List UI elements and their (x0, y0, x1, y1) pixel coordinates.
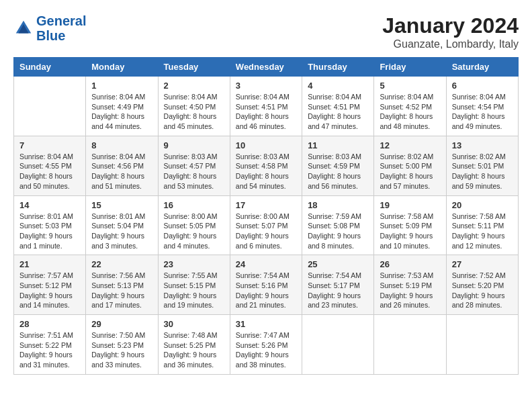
calendar-cell: 19Sunrise: 7:58 AM Sunset: 5:09 PM Dayli… (374, 195, 446, 255)
day-info: Sunrise: 8:04 AM Sunset: 4:50 PM Dayligh… (164, 92, 224, 132)
day-number: 13 (452, 140, 513, 150)
week-row-0: 1Sunrise: 8:04 AM Sunset: 4:49 PM Daylig… (14, 77, 519, 136)
calendar-cell: 16Sunrise: 8:00 AM Sunset: 5:05 PM Dayli… (158, 195, 230, 255)
day-number: 12 (380, 140, 440, 150)
day-number: 16 (164, 200, 224, 210)
day-info: Sunrise: 7:50 AM Sunset: 5:23 PM Dayligh… (91, 330, 152, 370)
header-cell-wednesday: Wednesday (230, 58, 302, 77)
calendar-cell: 7Sunrise: 8:04 AM Sunset: 4:55 PM Daylig… (14, 136, 86, 195)
logo: General Blue (13, 13, 86, 43)
header-row: SundayMondayTuesdayWednesdayThursdayFrid… (14, 58, 519, 77)
calendar-cell: 14Sunrise: 8:01 AM Sunset: 5:03 PM Dayli… (14, 195, 86, 255)
day-number: 29 (91, 319, 152, 329)
calendar-cell: 24Sunrise: 7:54 AM Sunset: 5:16 PM Dayli… (230, 255, 302, 315)
calendar-cell: 5Sunrise: 8:04 AM Sunset: 4:52 PM Daylig… (374, 77, 446, 136)
day-info: Sunrise: 7:59 AM Sunset: 5:08 PM Dayligh… (308, 212, 368, 251)
day-info: Sunrise: 8:01 AM Sunset: 5:03 PM Dayligh… (19, 212, 80, 251)
day-info: Sunrise: 8:02 AM Sunset: 5:01 PM Dayligh… (452, 152, 513, 191)
title-block: January 2024 Guanzate, Lombardy, Italy (382, 13, 519, 50)
day-info: Sunrise: 7:54 AM Sunset: 5:17 PM Dayligh… (308, 271, 368, 310)
day-number: 8 (91, 140, 152, 150)
calendar-cell (446, 315, 518, 375)
calendar-table: SundayMondayTuesdayWednesdayThursdayFrid… (13, 57, 519, 375)
week-row-3: 21Sunrise: 7:57 AM Sunset: 5:12 PM Dayli… (14, 255, 519, 315)
day-number: 5 (380, 81, 440, 91)
day-number: 31 (236, 319, 296, 329)
day-info: Sunrise: 7:56 AM Sunset: 5:13 PM Dayligh… (91, 271, 152, 310)
day-info: Sunrise: 8:01 AM Sunset: 5:04 PM Dayligh… (91, 212, 152, 251)
calendar-cell: 8Sunrise: 8:04 AM Sunset: 4:56 PM Daylig… (86, 136, 158, 195)
header-cell-friday: Friday (374, 58, 446, 77)
page-title: January 2024 (382, 13, 519, 38)
week-row-2: 14Sunrise: 8:01 AM Sunset: 5:03 PM Dayli… (14, 195, 519, 255)
day-number: 1 (91, 81, 152, 91)
calendar-cell (302, 315, 374, 375)
day-info: Sunrise: 8:04 AM Sunset: 4:49 PM Dayligh… (91, 92, 152, 132)
calendar-cell: 3Sunrise: 8:04 AM Sunset: 4:51 PM Daylig… (230, 77, 302, 136)
day-number: 18 (308, 200, 368, 210)
day-info: Sunrise: 7:52 AM Sunset: 5:20 PM Dayligh… (452, 271, 513, 310)
calendar-cell: 6Sunrise: 8:04 AM Sunset: 4:54 PM Daylig… (446, 77, 518, 136)
logo-line2: Blue (36, 28, 65, 43)
day-number: 14 (19, 200, 80, 210)
day-number: 22 (91, 259, 152, 269)
day-info: Sunrise: 8:03 AM Sunset: 4:58 PM Dayligh… (236, 152, 296, 191)
page-header: General Blue January 2024 Guanzate, Lomb… (13, 13, 519, 50)
page-subtitle: Guanzate, Lombardy, Italy (382, 38, 519, 50)
day-number: 28 (19, 319, 80, 329)
calendar-cell: 26Sunrise: 7:53 AM Sunset: 5:19 PM Dayli… (374, 255, 446, 315)
logo-line1: General (36, 13, 86, 28)
calendar-cell: 2Sunrise: 8:04 AM Sunset: 4:50 PM Daylig… (158, 77, 230, 136)
calendar-cell: 13Sunrise: 8:02 AM Sunset: 5:01 PM Dayli… (446, 136, 518, 195)
calendar-cell (374, 315, 446, 375)
calendar-cell: 1Sunrise: 8:04 AM Sunset: 4:49 PM Daylig… (86, 77, 158, 136)
calendar-cell: 22Sunrise: 7:56 AM Sunset: 5:13 PM Dayli… (86, 255, 158, 315)
day-number: 4 (308, 81, 368, 91)
day-info: Sunrise: 8:04 AM Sunset: 4:52 PM Dayligh… (380, 92, 440, 132)
day-info: Sunrise: 7:53 AM Sunset: 5:19 PM Dayligh… (380, 271, 440, 310)
logo-text: General Blue (36, 13, 86, 43)
day-number: 2 (164, 81, 224, 91)
day-number: 20 (452, 200, 513, 210)
day-info: Sunrise: 8:04 AM Sunset: 4:54 PM Dayligh… (452, 92, 513, 132)
calendar-cell: 31Sunrise: 7:47 AM Sunset: 5:26 PM Dayli… (230, 315, 302, 375)
day-number: 23 (164, 259, 224, 269)
day-info: Sunrise: 8:04 AM Sunset: 4:51 PM Dayligh… (308, 92, 368, 132)
week-row-1: 7Sunrise: 8:04 AM Sunset: 4:55 PM Daylig… (14, 136, 519, 195)
day-info: Sunrise: 8:04 AM Sunset: 4:56 PM Dayligh… (91, 152, 152, 191)
day-number: 30 (164, 319, 224, 329)
day-info: Sunrise: 7:58 AM Sunset: 5:11 PM Dayligh… (452, 212, 513, 251)
day-number: 26 (380, 259, 440, 269)
day-info: Sunrise: 7:54 AM Sunset: 5:16 PM Dayligh… (236, 271, 296, 310)
calendar-cell: 11Sunrise: 8:03 AM Sunset: 4:59 PM Dayli… (302, 136, 374, 195)
day-number: 7 (19, 140, 80, 150)
calendar-header: SundayMondayTuesdayWednesdayThursdayFrid… (14, 58, 519, 77)
calendar-cell: 27Sunrise: 7:52 AM Sunset: 5:20 PM Dayli… (446, 255, 518, 315)
day-number: 24 (236, 259, 296, 269)
calendar-body: 1Sunrise: 8:04 AM Sunset: 4:49 PM Daylig… (14, 77, 519, 375)
calendar-cell: 21Sunrise: 7:57 AM Sunset: 5:12 PM Dayli… (14, 255, 86, 315)
day-info: Sunrise: 7:57 AM Sunset: 5:12 PM Dayligh… (19, 271, 80, 310)
calendar-cell: 29Sunrise: 7:50 AM Sunset: 5:23 PM Dayli… (86, 315, 158, 375)
calendar-cell: 28Sunrise: 7:51 AM Sunset: 5:22 PM Dayli… (14, 315, 86, 375)
day-number: 9 (164, 140, 224, 150)
calendar-cell: 12Sunrise: 8:02 AM Sunset: 5:00 PM Dayli… (374, 136, 446, 195)
calendar-cell (14, 77, 86, 136)
calendar-cell: 10Sunrise: 8:03 AM Sunset: 4:58 PM Dayli… (230, 136, 302, 195)
day-info: Sunrise: 7:48 AM Sunset: 5:25 PM Dayligh… (164, 330, 224, 370)
day-number: 17 (236, 200, 296, 210)
calendar-cell: 23Sunrise: 7:55 AM Sunset: 5:15 PM Dayli… (158, 255, 230, 315)
day-info: Sunrise: 8:00 AM Sunset: 5:07 PM Dayligh… (236, 212, 296, 251)
day-info: Sunrise: 8:00 AM Sunset: 5:05 PM Dayligh… (164, 212, 224, 251)
calendar-cell: 20Sunrise: 7:58 AM Sunset: 5:11 PM Dayli… (446, 195, 518, 255)
day-info: Sunrise: 8:03 AM Sunset: 4:59 PM Dayligh… (308, 152, 368, 191)
day-info: Sunrise: 7:47 AM Sunset: 5:26 PM Dayligh… (236, 330, 296, 370)
calendar-cell: 30Sunrise: 7:48 AM Sunset: 5:25 PM Dayli… (158, 315, 230, 375)
day-info: Sunrise: 8:04 AM Sunset: 4:51 PM Dayligh… (236, 92, 296, 132)
header-cell-monday: Monday (86, 58, 158, 77)
calendar-cell: 15Sunrise: 8:01 AM Sunset: 5:04 PM Dayli… (86, 195, 158, 255)
calendar-cell: 25Sunrise: 7:54 AM Sunset: 5:17 PM Dayli… (302, 255, 374, 315)
day-number: 6 (452, 81, 513, 91)
header-cell-saturday: Saturday (446, 58, 518, 77)
day-number: 19 (380, 200, 440, 210)
